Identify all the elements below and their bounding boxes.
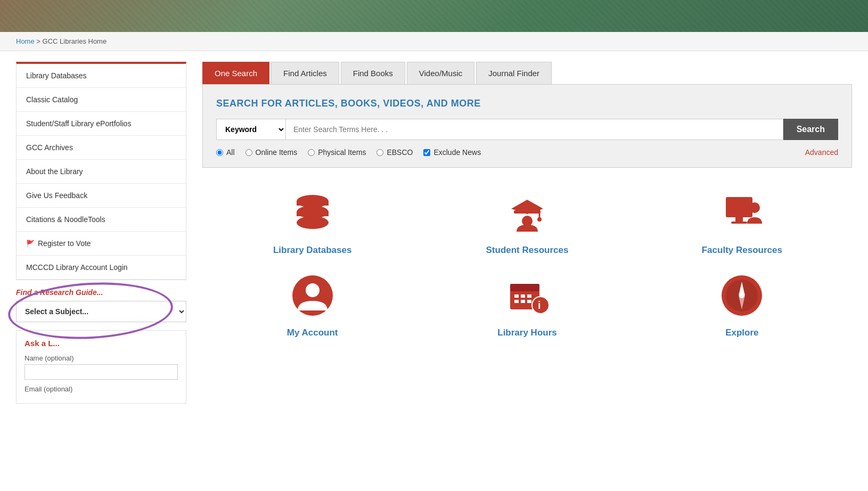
search-type-select[interactable]: Keyword Title Author Subject [216,119,285,140]
name-label: Name (optional) [24,354,178,362]
svg-point-13 [749,202,760,213]
svg-rect-19 [521,294,525,298]
library-databases-label: Library Databases [273,245,351,256]
research-guide-label: Find a Research Guide... [16,288,186,297]
sidebar-item-classic-catalog[interactable]: Classic Catalog [17,88,186,112]
svg-rect-3 [297,212,329,216]
sidebar-item-about-library[interactable]: About the Library [17,160,186,184]
faculty-resources-label: Faculty Resources [702,245,782,256]
sidebar-nav: Library Databases Classic Catalog Studen… [16,62,186,280]
tab-find-books[interactable]: Find Books [341,62,405,84]
search-headline: SEARCH FOR ARTICLES, BOOKS, VIDEOS, AND … [216,98,838,109]
svg-rect-1 [297,201,329,206]
flag-icon: 🚩 [26,240,35,248]
library-hours-card[interactable]: i Library Hours [428,272,626,338]
filter-physical-items-label: Physical Items [318,148,366,157]
faculty-resources-card[interactable]: Faculty Resources [643,189,841,256]
tab-one-search[interactable]: One Search [202,62,269,84]
sidebar: Library Databases Classic Catalog Studen… [16,62,186,467]
filter-all[interactable]: All [216,148,235,157]
svg-rect-18 [514,294,519,298]
ask-librarian-section: Ask a L... Name (optional) Email (option… [16,330,186,404]
radio-online-items[interactable] [245,149,252,156]
filter-ebsco[interactable]: EBSCO [376,148,413,157]
filter-ebsco-label: EBSCO [387,148,413,157]
main-content: One Search Find Articles Find Books Vide… [202,62,852,467]
breadcrumb: Home > GCC Libraries Home [0,32,868,51]
hours-icon: i [503,272,551,320]
svg-rect-12 [731,222,747,224]
research-guide-select[interactable]: Select a Subject... Art Biology Business… [16,301,186,322]
breadcrumb-separator: > [36,37,40,45]
library-databases-card[interactable]: Library Databases [213,189,412,256]
radio-all[interactable] [216,149,223,156]
resource-cards: Library Databases [202,189,852,338]
filter-online-items-label: Online Items [256,148,298,157]
sidebar-item-student-staff-portfolios[interactable]: Student/Staff Library ePortfolios [17,112,186,136]
library-hours-label: Library Hours [497,328,556,338]
filter-physical-items[interactable]: Physical Items [308,148,366,157]
svg-rect-17 [510,284,539,291]
email-label: Email (optional) [24,385,178,393]
tab-journal-finder[interactable]: Journal Finder [476,62,552,84]
search-tabs: One Search Find Articles Find Books Vide… [202,62,852,84]
svg-text:i: i [538,299,541,311]
main-layout: Library Databases Classic Catalog Studen… [0,51,868,477]
svg-rect-10 [726,197,752,217]
sidebar-item-register-vote[interactable]: 🚩Register to Vote [17,232,186,256]
search-input[interactable] [285,119,783,140]
search-row: Keyword Title Author Subject Search [216,119,838,140]
radio-ebsco[interactable] [376,149,383,156]
sidebar-item-gcc-archives[interactable]: GCC Archives [17,136,186,160]
name-input[interactable] [24,364,178,380]
svg-rect-21 [514,300,519,303]
radio-physical-items[interactable] [308,149,315,156]
search-button[interactable]: Search [783,119,838,140]
sidebar-item-library-databases[interactable]: Library Databases [17,64,186,88]
svg-rect-23 [527,300,531,303]
svg-point-15 [306,283,320,297]
checkbox-exclude-news[interactable] [423,149,430,156]
faculty-icon [718,189,766,237]
tab-video-music[interactable]: Video/Music [407,62,474,84]
ask-librarian-title: Ask a L... [24,339,178,348]
account-icon [289,272,337,320]
breadcrumb-current: GCC Libraries Home [43,37,107,45]
filter-exclude-news[interactable]: Exclude News [423,148,481,157]
sidebar-item-citations-noodletools[interactable]: Citations & NoodleTools [17,208,186,232]
student-icon [503,189,551,237]
research-guide-section: Find a Research Guide... Select a Subjec… [16,288,186,322]
sidebar-item-give-feedback[interactable]: Give Us Feedback [17,184,186,208]
svg-point-4 [297,216,329,229]
breadcrumb-home-link[interactable]: Home [16,37,35,45]
student-resources-card[interactable]: Student Resources [428,189,626,256]
svg-rect-11 [735,217,743,222]
database-icon [289,189,337,237]
svg-point-30 [739,293,744,298]
compass-icon [718,272,766,320]
tab-find-articles[interactable]: Find Articles [271,62,339,84]
my-account-card[interactable]: My Account [213,272,412,338]
sidebar-item-mcccd-login[interactable]: MCCCD Library Account Login [17,256,186,280]
svg-rect-20 [527,294,531,298]
my-account-label: My Account [287,328,338,338]
search-area: SEARCH FOR ARTICLES, BOOKS, VIDEOS, AND … [202,84,852,168]
filter-row: All Online Items Physical Items EBSCO Ex… [216,148,838,157]
advanced-link[interactable]: Advanced [805,148,838,157]
svg-rect-22 [521,300,525,303]
filter-exclude-news-label: Exclude News [433,148,481,157]
filter-online-items[interactable]: Online Items [245,148,298,157]
svg-point-9 [537,217,542,222]
student-resources-label: Student Resources [486,245,569,256]
filter-all-label: All [226,148,235,157]
compass-card[interactable]: Explore [643,272,841,338]
top-banner [0,0,868,32]
explore-label: Explore [725,328,758,338]
